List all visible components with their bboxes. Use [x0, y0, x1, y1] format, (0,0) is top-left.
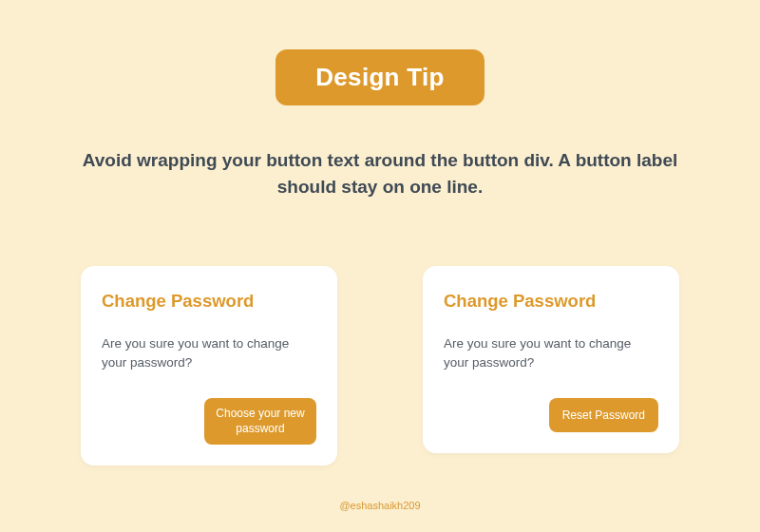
tip-description: Avoid wrapping your button text around t…	[66, 147, 694, 200]
button-row: Choose your new password	[102, 398, 316, 444]
card-body-text: Are you sure you want to change your pas…	[444, 334, 658, 371]
author-credit: @eshashaikh209	[0, 500, 760, 511]
good-example-card: Change Password Are you sure you want to…	[423, 266, 679, 453]
example-cards-row: Change Password Are you sure you want to…	[81, 266, 679, 466]
card-title: Change Password	[444, 291, 658, 312]
button-row: Reset Password	[444, 398, 658, 432]
reset-password-button[interactable]: Reset Password	[549, 398, 658, 432]
card-title: Change Password	[102, 291, 316, 312]
choose-new-password-button[interactable]: Choose your new password	[204, 398, 316, 444]
bad-example-card: Change Password Are you sure you want to…	[81, 266, 337, 466]
design-tip-badge: Design Tip	[276, 49, 484, 105]
card-body-text: Are you sure you want to change your pas…	[102, 334, 316, 371]
